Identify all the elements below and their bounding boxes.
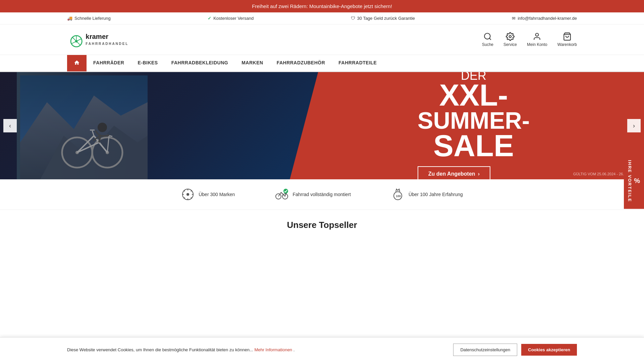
header-actions: Suche Service Mein Konto Warenko <box>482 32 577 47</box>
cookie-banner: Diese Website verwendet Cookies, um Ihne… <box>0 337 644 362</box>
feature-marken: Über 300 Marken <box>181 188 235 201</box>
home-icon <box>74 60 80 66</box>
suche-action[interactable]: Suche <box>482 32 493 47</box>
mein-konto-label: Mein Konto <box>527 42 547 47</box>
logo-container[interactable]: kramer FAHRRADHANDEL <box>67 29 129 50</box>
nav-fahrraeder[interactable]: FAHRRÄDER <box>87 55 131 71</box>
svg-text:FAHRRADHANDEL: FAHRRADHANDEL <box>86 42 128 46</box>
feature-marken-text: Über 300 Marken <box>199 192 235 197</box>
hero-inner: DER XXL- SUMMER- SALE Zu den Angeboten ›… <box>0 72 644 179</box>
svg-point-12 <box>536 33 539 36</box>
warenkorb-action[interactable]: Warenkorb <box>557 32 577 47</box>
cookie-message: Diese Website verwendet Cookies, um Ihne… <box>67 347 253 352</box>
topseller-section: Unsere Topseller <box>0 210 644 247</box>
email-icon: ✉ <box>512 16 516 21</box>
datenschutz-button[interactable]: Datenschutzeinstellungen <box>453 344 517 356</box>
top-banner: Freiheit auf zwei Rädern: Mountainbike-A… <box>0 0 644 12</box>
mein-konto-action[interactable]: Mein Konto <box>527 32 547 47</box>
svg-line-5 <box>76 41 80 45</box>
carousel-prev-button[interactable]: ‹ <box>3 119 17 132</box>
svg-text:kramer: kramer <box>86 33 108 40</box>
mehr-informationen-link[interactable]: Mehr Informationen <box>254 347 293 352</box>
topseller-title: Unsere Topseller <box>67 220 577 230</box>
cookies-akzeptieren-button[interactable]: Cookies akzeptieren <box>521 344 577 356</box>
gear-icon <box>506 32 515 41</box>
svg-point-9 <box>484 33 490 39</box>
promo-xxl: XXL- <box>418 82 530 109</box>
svg-point-11 <box>509 36 512 38</box>
cookie-text: Diese Website verwendet Cookies, um Ihne… <box>67 347 443 352</box>
hero-promo: DER XXL- SUMMER- SALE Zu den Angeboten ›… <box>290 72 644 179</box>
side-vorteile-badge[interactable]: % IHRE VORTEILE <box>624 153 644 209</box>
logo-svg: kramer FAHRRADHANDEL <box>67 29 129 50</box>
money-back-icon: 🛡 <box>351 16 355 21</box>
feature-erfahrung-text: Über 100 Jahre Erfahrung <box>409 192 463 197</box>
info-email-text: info@fahrradhandel-kramer.de <box>518 16 577 21</box>
svg-point-30 <box>98 123 107 132</box>
nav-fahrradteile[interactable]: FAHRRADTEILE <box>332 55 383 71</box>
chevron-right-icon: › <box>633 122 635 129</box>
truck-icon: 🚚 <box>67 16 72 21</box>
info-kostenloser-versand: ✓ Kostenloser Versand <box>208 16 254 21</box>
info-schnelle-lieferung: 🚚 Schnelle Lieferung <box>67 16 111 21</box>
brands-icon <box>181 188 195 201</box>
vorteile-label: IHRE VORTEILE <box>627 160 632 202</box>
svg-line-4 <box>71 41 76 44</box>
promo-cta-button[interactable]: Zu den Angeboten › <box>418 166 490 179</box>
info-geld-zurueck: 🛡 30 Tage Geld zurück Garantie <box>351 16 415 21</box>
info-garantie-text: 30 Tage Geld zurück Garantie <box>357 16 415 21</box>
cookie-buttons: Datenschutzeinstellungen Cookies akzepti… <box>453 344 577 356</box>
svg-text:100: 100 <box>396 194 401 198</box>
search-icon <box>483 32 492 41</box>
percent-sign: % <box>634 177 641 185</box>
features-bar: Über 300 Marken Fahrrad vollständig mont… <box>0 179 644 210</box>
info-versand-text: Kostenloser Versand <box>213 16 254 21</box>
arrow-right-icon: › <box>478 171 480 177</box>
nav-home[interactable] <box>67 55 87 71</box>
svg-line-3 <box>76 39 82 41</box>
nav-e-bikes[interactable]: E-BIKES <box>131 55 164 71</box>
svg-line-10 <box>489 38 491 40</box>
hero-image-area <box>17 72 151 179</box>
carousel-next-button[interactable]: › <box>627 119 641 132</box>
nav-marken[interactable]: MARKEN <box>235 55 270 71</box>
feature-erfahrung: 100 Über 100 Jahre Erfahrung <box>391 188 463 201</box>
cart-icon <box>563 32 572 41</box>
info-schnelle-lieferung-text: Schnelle Lieferung <box>74 16 111 21</box>
bike-assembled-icon <box>275 188 288 201</box>
promo-sale: SALE <box>418 132 530 160</box>
main-nav: FAHRRÄDER E-BIKES FAHRRADBEKLEIDUNG MARK… <box>0 55 644 72</box>
svg-point-39 <box>283 189 288 193</box>
promo-cta-label: Zu den Angeboten <box>428 171 475 177</box>
chevron-left-icon: ‹ <box>9 122 11 129</box>
promo-text-block: DER XXL- SUMMER- SALE Zu den Angeboten › <box>418 72 530 179</box>
info-bar: 🚚 Schnelle Lieferung ✓ Kostenloser Versa… <box>0 12 644 24</box>
svg-line-6 <box>73 38 76 41</box>
header: kramer FAHRRADHANDEL Suche Service Me <box>0 24 644 55</box>
biker-silhouette <box>20 75 148 179</box>
feature-montiert: Fahrrad vollständig montiert <box>275 188 351 201</box>
check-icon-versand: ✓ <box>208 16 211 21</box>
top-banner-text: Freiheit auf zwei Rädern: Mountainbike-A… <box>252 3 392 9</box>
feature-montiert-text: Fahrrad vollständig montiert <box>292 192 351 197</box>
nav-fahrradzubehoer[interactable]: FAHRRADZUBEHÖR <box>270 55 332 71</box>
user-icon <box>533 32 541 41</box>
warenkorb-label: Warenkorb <box>557 42 577 47</box>
service-label: Service <box>503 42 517 47</box>
info-email[interactable]: ✉ info@fahrradhandel-kramer.de <box>512 16 577 21</box>
suche-label: Suche <box>482 42 493 47</box>
experience-medal-icon: 100 <box>391 188 405 201</box>
nav-fahrradbekleidung[interactable]: FAHRRADBEKLEIDUNG <box>165 55 235 71</box>
service-action[interactable]: Service <box>503 32 517 47</box>
svg-point-34 <box>186 193 189 196</box>
hero-banner: DER XXL- SUMMER- SALE Zu den Angeboten ›… <box>0 72 644 179</box>
